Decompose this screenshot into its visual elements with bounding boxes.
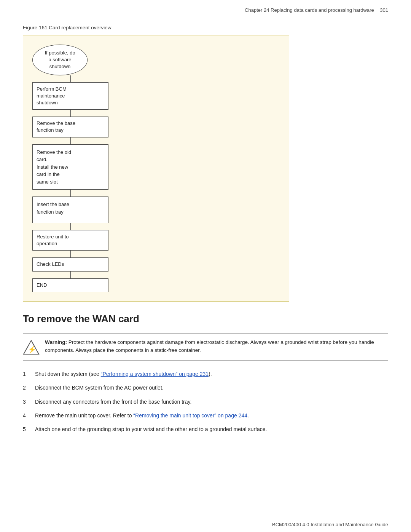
- flowchart-node-remove-tray: Remove the basefunction tray: [32, 117, 108, 137]
- main-content: Figure 161 Card replacement overview If …: [0, 17, 411, 517]
- connector-1: [70, 75, 71, 82]
- connector-6: [70, 251, 71, 257]
- step-5-number: 5: [23, 425, 29, 433]
- step-1-link[interactable]: “Performing a system shutdown” on page 2…: [101, 371, 209, 377]
- warning-box: ⚡ Warning: Protect the hardware componen…: [23, 333, 388, 361]
- warning-label: Warning:: [45, 339, 67, 345]
- step-3: 3 Disconnect any connectors from the fro…: [23, 398, 388, 406]
- step-1-number: 1: [23, 370, 29, 378]
- flowchart-node-oval: If possible, doa softwareshutdown: [32, 45, 88, 75]
- warning-body: Protect the hardware components against …: [45, 339, 374, 353]
- step-1: 1 Shut down the system (see “Performing …: [23, 370, 388, 378]
- flowchart-node-end: END: [32, 278, 108, 292]
- step-4-number: 4: [23, 411, 29, 420]
- warning-text: Warning: Protect the hardware components…: [45, 338, 388, 355]
- connector-7: [70, 272, 71, 278]
- step-4: 4 Remove the main unit top cover. Refer …: [23, 411, 388, 420]
- step-3-text: Disconnect any connectors from the front…: [35, 398, 388, 406]
- page-container: Chapter 24 Replacing data cards and proc…: [0, 0, 411, 532]
- connector-5: [70, 223, 71, 230]
- connector-4: [70, 190, 71, 197]
- svg-text:⚡: ⚡: [28, 345, 37, 354]
- header-chapter-text: Chapter 24 Replacing data cards and proc…: [245, 7, 374, 13]
- flowchart-node-leds: Check LEDs: [32, 257, 108, 271]
- step-1-text: Shut down the system (see “Performing a …: [35, 370, 388, 378]
- flowchart-node-card: Remove the oldcard.Install the newcard i…: [32, 144, 108, 190]
- page-footer: BCM200/400 4.0 Installation and Maintena…: [0, 517, 411, 532]
- flowchart: If possible, doa softwareshutdown Perfor…: [32, 45, 116, 292]
- step-4-link[interactable]: “Removing the main unit top cover” on pa…: [133, 412, 247, 419]
- footer-text: BCM200/400 4.0 Installation and Maintena…: [272, 522, 388, 527]
- connector-3: [70, 137, 71, 144]
- step-5: 5 Attach one end of the grounding strap …: [23, 425, 388, 433]
- flowchart-node-insert-tray: Insert the basefunction tray: [32, 197, 108, 223]
- section-heading: To remove the WAN card: [23, 313, 388, 325]
- flowchart-node-restore: Restore unit tooperation: [32, 230, 108, 251]
- steps-list: 1 Shut down the system (see “Performing …: [23, 370, 388, 434]
- step-4-text: Remove the main unit top cover. Refer to…: [35, 411, 388, 420]
- step-3-number: 3: [23, 398, 29, 406]
- step-2-text: Disconnect the BCM system from the AC po…: [35, 383, 388, 392]
- step-2-number: 2: [23, 383, 29, 392]
- connector-2: [70, 110, 71, 117]
- header-page-number: 301: [380, 7, 388, 13]
- warning-icon: ⚡: [23, 339, 40, 356]
- figure-label: Figure 161 Card replacement overview: [23, 25, 388, 30]
- page-header: Chapter 24 Replacing data cards and proc…: [0, 0, 411, 17]
- flowchart-node-bcm: Perform BCMmaintenanceshutdown: [32, 82, 108, 110]
- step-5-text: Attach one end of the grounding strap to…: [35, 425, 388, 433]
- step-2: 2 Disconnect the BCM system from the AC …: [23, 383, 388, 392]
- flowchart-area: If possible, doa softwareshutdown Perfor…: [23, 35, 289, 302]
